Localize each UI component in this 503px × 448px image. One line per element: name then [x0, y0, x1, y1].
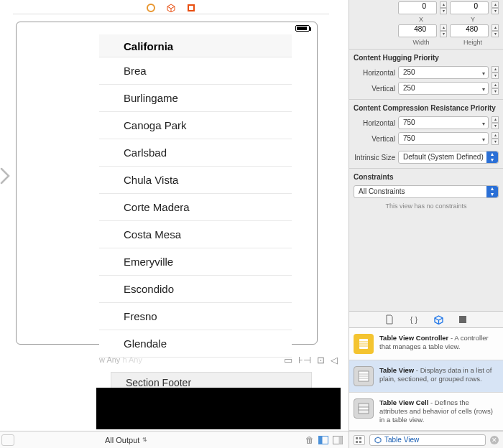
library-item-text: Table View Cell - Defines the attributes… [379, 398, 499, 424]
pin-icon[interactable]: ⊦⊣ [298, 355, 311, 365]
width-label: Width [395, 39, 447, 46]
comp-v-stepper[interactable]: ▴▾ [492, 132, 499, 145]
panel-right-icon[interactable] [333, 436, 343, 444]
section-header[interactable]: California [99, 34, 292, 57]
canvas-footer-bar: w Any h Any ▭ ⊦⊣ ⊡ ◁ [96, 352, 341, 368]
comp-h-stepper[interactable]: ▴▾ [492, 116, 499, 129]
svg-rect-21 [359, 441, 361, 443]
hug-v-combo[interactable]: 250 [398, 82, 489, 95]
svg-rect-19 [359, 437, 361, 439]
width-stepper[interactable]: ▴▾ [440, 24, 447, 37]
width-field[interactable]: 480 [398, 24, 437, 37]
table-view[interactable]: California Brea Burlingame Canoga Park C… [99, 34, 292, 358]
console-output [96, 388, 341, 429]
tvcell-icon [354, 398, 374, 419]
x-stepper[interactable]: ▴▾ [440, 1, 447, 14]
table-row[interactable]: Fresno [99, 303, 292, 330]
nav-forward-arrow[interactable] [0, 167, 13, 184]
tv-icon [354, 366, 374, 386]
height-field[interactable]: 480 [450, 24, 489, 37]
clear-search-icon[interactable]: ✕ [490, 436, 499, 444]
intrinsic-label: Intrinsic Size [354, 154, 395, 162]
debug-bottom-bar: All Output⇅ 🗑 [0, 431, 349, 448]
intrinsic-combo[interactable]: Default (System Defined)▴▾ [398, 151, 499, 164]
y-stepper[interactable]: ▴▾ [492, 1, 499, 14]
table-row[interactable]: Burlingame [99, 85, 292, 112]
file-tab-icon[interactable] [384, 314, 394, 325]
table-row[interactable]: Chula Vista [99, 167, 292, 194]
comp-v-label: Vertical [354, 135, 395, 143]
cube-small-icon [374, 437, 382, 444]
svg-point-0 [147, 4, 154, 11]
hug-v-stepper[interactable]: ▴▾ [492, 82, 499, 95]
panel-left-icon[interactable] [318, 436, 328, 444]
y-label: Y [447, 16, 499, 23]
size-class-label[interactable]: w Any h Any [99, 355, 142, 364]
hug-h-combo[interactable]: 250 [398, 66, 489, 79]
stop-icon[interactable] [147, 4, 155, 12]
constraints-title: Constraints [349, 168, 503, 184]
inspector-panel: 0 ▴▾ 0 ▴▾ XY 480 ▴▾ 480 ▴▾ WidthHeight C… [349, 0, 503, 448]
battery-icon [295, 25, 310, 32]
comp-v-combo[interactable]: 750 [398, 132, 489, 145]
svg-rect-6 [339, 436, 343, 444]
trash-icon[interactable]: 🗑 [305, 435, 314, 445]
hugging-title: Content Hugging Priority [349, 49, 503, 65]
code-tab-icon[interactable]: { } [409, 314, 419, 325]
comp-h-label: Horizontal [354, 119, 395, 127]
hug-v-label: Vertical [354, 85, 395, 93]
table-row[interactable]: Costa Mesa [99, 221, 292, 248]
all-output-dropdown[interactable]: All Output⇅ [105, 436, 147, 444]
constraints-note: This view has no constraints [349, 200, 503, 213]
library-item-tvc[interactable]: Table View Controller - A controller tha… [349, 328, 503, 360]
constraints-combo[interactable]: All Constraints▴▾ [354, 185, 499, 198]
svg-rect-17 [359, 407, 369, 410]
svg-rect-4 [319, 436, 323, 444]
size-icon[interactable]: ▭ [284, 355, 292, 365]
table-row[interactable]: Carlsbad [99, 139, 292, 167]
comp-h-combo[interactable]: 750 [398, 116, 489, 129]
tvc-icon [354, 334, 374, 354]
align-icon[interactable]: ⊡ [317, 355, 325, 365]
media-tab-icon[interactable] [458, 314, 468, 325]
svg-rect-18 [356, 437, 358, 439]
library-item-tv[interactable]: Table View - Displays data in a list of … [349, 360, 503, 393]
table-row[interactable]: Brea [99, 57, 292, 85]
library-search-input[interactable]: Table View [369, 434, 486, 446]
table-row[interactable]: Canoga Park [99, 112, 292, 139]
table-row[interactable]: Corte Madera [99, 194, 292, 221]
height-stepper[interactable]: ▴▾ [492, 24, 499, 37]
library-tabs: { } [349, 311, 503, 328]
library-item-tvcell[interactable]: Table View Cell - Defines the attributes… [349, 393, 503, 431]
table-row[interactable]: Emeryville [99, 248, 292, 276]
table-row[interactable]: Escondido [99, 276, 292, 303]
hug-h-stepper[interactable]: ▴▾ [492, 66, 499, 79]
hug-h-label: Horizontal [354, 69, 395, 77]
cube-icon[interactable] [167, 4, 175, 12]
view-mode-toggle[interactable] [354, 435, 365, 445]
library-item-text: Table View Controller - A controller tha… [379, 334, 499, 354]
canvas-toolbar [13, 0, 329, 14]
left-segment[interactable] [1, 434, 14, 446]
library-search-bar: Table View ✕ [349, 431, 503, 448]
x-label: X [395, 16, 447, 23]
height-label: Height [447, 39, 499, 46]
library-item-text: Table View - Displays data in a list of … [379, 366, 499, 386]
y-field[interactable]: 0 [450, 1, 489, 14]
canvas-area: California Brea Burlingame Canoga Park C… [0, 0, 349, 448]
svg-rect-7 [459, 316, 466, 323]
compression-title: Content Compression Resistance Priority [349, 99, 503, 115]
library-list: Table View Controller - A controller tha… [349, 328, 503, 431]
view-icon[interactable] [187, 4, 195, 12]
svg-rect-20 [356, 441, 358, 443]
resolve-icon[interactable]: ◁ [331, 355, 338, 365]
object-tab-icon[interactable] [433, 314, 443, 325]
svg-rect-2 [189, 6, 193, 10]
x-field[interactable]: 0 [398, 1, 437, 14]
